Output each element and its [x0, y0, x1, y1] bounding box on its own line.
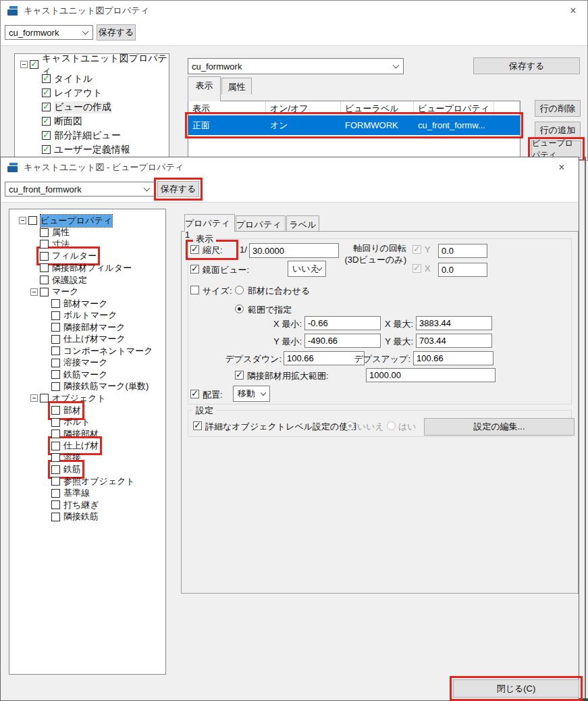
rotation-y-input[interactable]: [438, 244, 487, 258]
object-level-settings-checkbox[interactable]: [193, 421, 202, 430]
checkbox-icon[interactable]: [51, 382, 60, 391]
checkbox-icon[interactable]: [40, 288, 49, 296]
tree-item[interactable]: ボルト: [9, 416, 165, 428]
checkbox-icon[interactable]: [42, 88, 51, 97]
tree-item[interactable]: 打ち継ぎ: [9, 499, 165, 511]
checkbox-icon[interactable]: [51, 489, 60, 498]
tree-item[interactable]: 寸法: [9, 238, 165, 251]
checkbox-icon[interactable]: [51, 323, 60, 332]
tree-item[interactable]: フィルター: [9, 251, 165, 263]
tree-item[interactable]: レイアウト: [15, 86, 169, 100]
tree-expander-icon[interactable]: [19, 217, 26, 224]
checkbox-icon[interactable]: [30, 60, 38, 69]
checkbox-icon[interactable]: [42, 117, 51, 126]
titlebar[interactable]: キャストユニット図 - ビュープロパティ ×: [1, 157, 579, 178]
checkbox-icon[interactable]: [40, 263, 49, 272]
tree-expander-icon[interactable]: [20, 61, 28, 68]
checkbox-icon[interactable]: [51, 335, 60, 344]
tree-item[interactable]: 保護設定: [9, 274, 165, 286]
close-icon[interactable]: ×: [552, 157, 572, 178]
tree-item[interactable]: 仕上げ材マーク: [9, 333, 165, 345]
col-header[interactable]: 表示: [188, 101, 266, 115]
add-row-button[interactable]: 行の追加: [535, 122, 581, 138]
checkbox-icon[interactable]: [51, 477, 60, 486]
tree-item[interactable]: 基準線: [9, 488, 165, 500]
close-icon[interactable]: ×: [563, 1, 583, 21]
checkbox-icon[interactable]: [42, 103, 51, 111]
tree-item[interactable]: マーク: [9, 286, 165, 298]
tree-item[interactable]: 鉄筋マーク: [9, 369, 165, 381]
tree-item[interactable]: 鉄筋: [9, 463, 165, 475]
scale-input[interactable]: [249, 243, 339, 258]
checkbox-icon[interactable]: [51, 359, 60, 367]
delete-row-button[interactable]: 行の削除: [535, 100, 581, 117]
checkbox-icon[interactable]: [51, 500, 60, 509]
checkbox-icon[interactable]: [51, 453, 60, 462]
preset-combo[interactable]: cu_formwork: [5, 25, 93, 40]
tree-item[interactable]: ビュープロパティ: [9, 215, 165, 227]
tree-expander-icon[interactable]: [30, 288, 38, 296]
checkbox-icon[interactable]: [42, 131, 51, 140]
save-button[interactable]: 保存する: [157, 181, 199, 197]
adjacent-extend-checkbox[interactable]: [235, 371, 244, 380]
tree-item[interactable]: コンポーネントマーク: [9, 345, 165, 357]
view-preset-combo[interactable]: cu_formwork: [188, 58, 404, 74]
tree-item[interactable]: ユーザー定義情報: [15, 142, 169, 157]
cell-onoff[interactable]: オン: [266, 115, 341, 135]
tree-item[interactable]: 断面図: [15, 114, 169, 128]
tree-item[interactable]: 部分詳細ビュー: [15, 128, 169, 142]
table-row-selected[interactable]: 正面 オン FORMWORK cu_front_formw...: [188, 115, 520, 135]
tree-item[interactable]: 仕上げ材: [9, 440, 165, 452]
checkbox-icon[interactable]: [40, 394, 49, 403]
save-button[interactable]: 保存する: [97, 24, 136, 41]
tree-item[interactable]: 隣接鉄筋: [9, 511, 165, 523]
scale-checkbox[interactable]: [190, 245, 199, 254]
cell-view-properties[interactable]: cu_front_formw...: [414, 115, 494, 135]
checkbox-icon[interactable]: [40, 228, 49, 237]
placement-dropdown[interactable]: 移動: [233, 386, 270, 402]
tree-item[interactable]: 隣接部材フィルター: [9, 262, 165, 274]
checkbox-icon[interactable]: [51, 442, 60, 450]
tree-item[interactable]: 属性: [9, 227, 165, 239]
checkbox-icon[interactable]: [42, 74, 51, 83]
tab-display[interactable]: 表示: [188, 76, 221, 101]
tab-label[interactable]: ラベル: [286, 215, 319, 232]
checkbox-icon[interactable]: [51, 299, 60, 308]
checkbox-icon[interactable]: [51, 418, 60, 427]
checkbox-icon[interactable]: [51, 346, 60, 355]
tree-item[interactable]: 隣接部材: [9, 428, 165, 440]
tree-item[interactable]: オブジェクト: [9, 392, 165, 405]
tree-item[interactable]: 隣接鉄筋マーク(単数): [9, 381, 165, 393]
edit-settings-button[interactable]: 設定の編集...: [424, 418, 574, 436]
checkbox-icon[interactable]: [51, 465, 60, 474]
mirror-view-checkbox[interactable]: [190, 265, 199, 274]
col-header[interactable]: [494, 101, 520, 115]
close-button[interactable]: 閉じる(C): [453, 679, 579, 698]
checkbox-icon[interactable]: [51, 513, 60, 521]
view-save-button[interactable]: 保存する: [473, 57, 580, 74]
checkbox-icon[interactable]: [40, 240, 49, 249]
tree-item[interactable]: ボルトマーク: [9, 309, 165, 321]
col-header[interactable]: ビュープロパティ: [414, 101, 494, 115]
tree-item[interactable]: キャストユニット図プロパティ: [15, 57, 169, 72]
tree-item[interactable]: 溶接: [9, 452, 165, 464]
checkbox-icon[interactable]: [40, 252, 49, 261]
cell-view-label[interactable]: FORMWORK: [341, 115, 414, 135]
depth-down-input[interactable]: [284, 351, 365, 365]
tree-item[interactable]: 参照オブジェクト: [9, 475, 165, 488]
tab-properties1[interactable]: プロパティ1: [184, 214, 235, 232]
xmax-input[interactable]: [416, 316, 492, 330]
tree-item[interactable]: ビューの作成: [15, 100, 169, 114]
view-properties-button[interactable]: ビュープロパティ: [531, 140, 581, 158]
tree-item[interactable]: 部材: [9, 405, 165, 417]
mirror-view-dropdown[interactable]: いいえ: [288, 261, 326, 277]
tree-item[interactable]: 隣接部材マーク: [9, 321, 165, 334]
view-settings-combo[interactable]: cu_front_formwork: [5, 182, 155, 197]
tree-expander-icon[interactable]: [30, 394, 38, 402]
ymax-input[interactable]: [416, 334, 492, 348]
col-header[interactable]: ビューラベル: [341, 101, 414, 115]
adjacent-extend-input[interactable]: [366, 368, 496, 382]
checkbox-icon[interactable]: [51, 370, 60, 379]
cell-view[interactable]: 正面: [188, 115, 266, 135]
placement-checkbox[interactable]: [190, 390, 199, 398]
